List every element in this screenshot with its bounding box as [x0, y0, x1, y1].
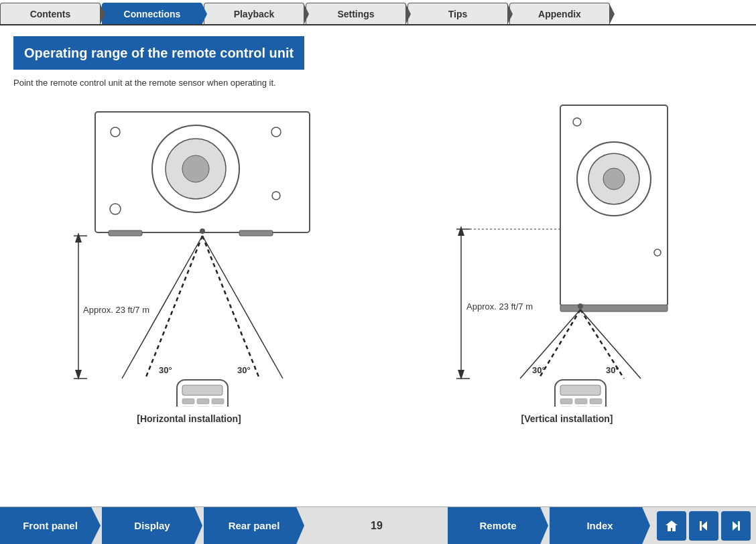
vertical-diagram-wrapper: Approx. 23 ft/7 m 30° 30° — [391, 98, 743, 424]
forward-button[interactable] — [721, 511, 751, 541]
svg-rect-65 — [590, 399, 602, 404]
svg-point-7 — [272, 192, 280, 200]
remote-button[interactable]: Remote — [448, 507, 548, 545]
svg-point-6 — [110, 204, 121, 214]
svg-line-18 — [202, 236, 259, 379]
horizontal-label: [Horizontal installation] — [137, 413, 241, 424]
svg-line-57 — [520, 310, 580, 379]
svg-text:Approx. 23 ft/7 m: Approx. 23 ft/7 m — [466, 301, 533, 312]
home-button[interactable] — [657, 511, 686, 541]
svg-rect-26 — [197, 399, 209, 404]
svg-marker-12 — [75, 232, 82, 243]
svg-rect-63 — [560, 399, 572, 404]
index-button[interactable]: Index — [550, 507, 650, 545]
bottom-navigation: Front panel Display Rear panel 19 Remote… — [0, 506, 756, 544]
horizontal-diagram-wrapper: Approx. 23 ft/7 m 30° 30° — [13, 98, 365, 424]
svg-point-4 — [111, 127, 120, 137]
front-panel-button[interactable]: Front panel — [0, 507, 101, 545]
svg-text:Approx. 23 ft/7 m: Approx. 23 ft/7 m — [83, 305, 149, 315]
svg-point-3 — [182, 155, 209, 182]
svg-point-43 — [603, 168, 625, 190]
tab-connections[interactable]: Connections — [102, 3, 202, 24]
back-button[interactable] — [689, 511, 718, 541]
svg-marker-80 — [733, 521, 738, 531]
tab-appendix[interactable]: Appendix — [509, 3, 610, 24]
svg-rect-81 — [738, 521, 740, 531]
svg-point-45 — [654, 249, 661, 256]
svg-rect-46 — [560, 305, 668, 312]
display-button[interactable]: Display — [102, 507, 202, 545]
svg-point-44 — [573, 118, 581, 126]
svg-text:30°: 30° — [237, 365, 251, 375]
svg-point-10 — [200, 228, 205, 234]
bottom-nav-left: Front panel Display Rear panel — [0, 507, 306, 545]
tab-playback[interactable]: Playback — [204, 3, 304, 24]
svg-line-20 — [202, 236, 283, 379]
page-title: Operating range of the remote control un… — [13, 36, 304, 70]
svg-rect-8 — [109, 230, 142, 236]
tab-settings[interactable]: Settings — [306, 3, 406, 24]
bottom-nav-center: 19 — [363, 520, 391, 532]
tab-contents[interactable]: Contents — [0, 3, 101, 24]
svg-text:30°: 30° — [532, 365, 546, 375]
bottom-nav-right-buttons: Remote Index — [448, 507, 756, 545]
description: Point the remote control unit at the rem… — [13, 78, 743, 88]
svg-point-5 — [271, 127, 281, 137]
diagrams-container: Approx. 23 ft/7 m 30° 30° — [13, 98, 743, 424]
svg-rect-79 — [700, 521, 702, 531]
top-navigation: Contents Connections Playback Settings T… — [0, 0, 756, 25]
svg-text:30°: 30° — [159, 365, 172, 375]
svg-line-17 — [145, 236, 202, 379]
svg-point-47 — [578, 303, 583, 309]
page-number: 19 — [363, 520, 391, 532]
main-content: Operating range of the remote control un… — [0, 25, 756, 506]
svg-rect-25 — [182, 399, 194, 404]
svg-rect-62 — [560, 385, 601, 395]
horizontal-diagram-svg: Approx. 23 ft/7 m 30° 30° — [42, 98, 336, 407]
svg-marker-78 — [702, 521, 707, 531]
svg-rect-64 — [575, 399, 587, 404]
icon-buttons — [651, 511, 756, 541]
svg-marker-49 — [458, 226, 464, 236]
svg-text:30°: 30° — [606, 365, 619, 375]
rear-panel-button[interactable]: Rear panel — [204, 507, 304, 545]
tab-tips[interactable]: Tips — [407, 3, 508, 24]
svg-rect-27 — [212, 399, 224, 404]
svg-rect-9 — [239, 230, 273, 236]
vertical-diagram-svg: Approx. 23 ft/7 m 30° 30° — [426, 98, 708, 407]
svg-rect-24 — [182, 385, 223, 395]
vertical-label: [Vertical installation] — [521, 413, 613, 424]
